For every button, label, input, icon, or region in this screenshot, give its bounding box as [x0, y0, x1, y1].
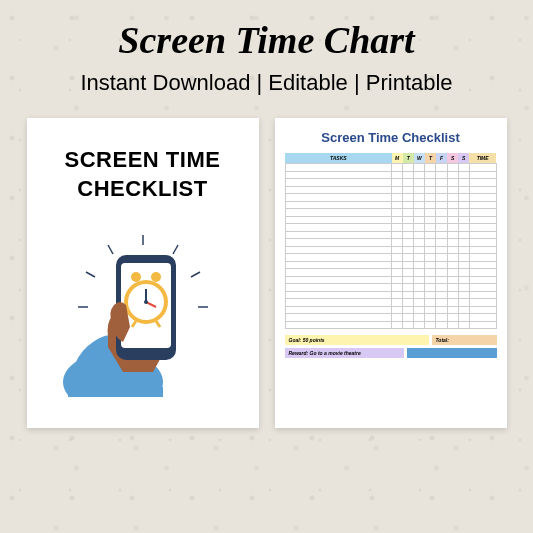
- table-cell: [458, 321, 469, 329]
- table-cell: [414, 254, 425, 262]
- table-cell: [414, 269, 425, 277]
- table-cell: [392, 231, 403, 239]
- table-cell: [425, 246, 436, 254]
- table-row: [285, 216, 496, 224]
- table-cell: [425, 164, 436, 172]
- table-cell: [447, 186, 458, 194]
- table-cell: [469, 254, 496, 262]
- table-cell: [392, 306, 403, 314]
- table-cell: [447, 254, 458, 262]
- table-cell: [392, 299, 403, 307]
- table-cell: [425, 314, 436, 322]
- table-cell: [392, 276, 403, 284]
- table-cell: [285, 254, 392, 262]
- table-cell: [469, 164, 496, 172]
- table-cell: [447, 231, 458, 239]
- table-cell: [447, 179, 458, 187]
- table-cell: [447, 209, 458, 217]
- table-cell: [436, 254, 447, 262]
- table-cell: [436, 224, 447, 232]
- table-cell: [392, 209, 403, 217]
- table-cell: [425, 171, 436, 179]
- table-cell: [403, 171, 414, 179]
- table-cell: [285, 164, 392, 172]
- table-cell: [458, 186, 469, 194]
- table-cell: [414, 194, 425, 202]
- table-cell: [403, 186, 414, 194]
- col-saturday: S: [447, 153, 458, 164]
- table-cell: [403, 164, 414, 172]
- table-cell: [469, 314, 496, 322]
- table-row: [285, 284, 496, 292]
- table-cell: [469, 231, 496, 239]
- table-cell: [425, 269, 436, 277]
- product-subtitle: Instant Download | Editable | Printable: [0, 70, 533, 96]
- table-row: [285, 186, 496, 194]
- footer-rows: Goal: 50 points Total: Reward: Go to a m…: [285, 335, 497, 358]
- table-cell: [458, 306, 469, 314]
- table-cell: [414, 246, 425, 254]
- table-cell: [403, 306, 414, 314]
- table-cell: [458, 224, 469, 232]
- table-cell: [285, 179, 392, 187]
- table-cell: [436, 209, 447, 217]
- table-cell: [469, 299, 496, 307]
- table-cell: [469, 209, 496, 217]
- table-cell: [392, 179, 403, 187]
- table-cell: [458, 314, 469, 322]
- table-cell: [425, 254, 436, 262]
- table-cell: [425, 299, 436, 307]
- table-cell: [285, 291, 392, 299]
- table-cell: [447, 246, 458, 254]
- table-cell: [458, 276, 469, 284]
- table-cell: [469, 276, 496, 284]
- table-cell: [436, 194, 447, 202]
- table-cell: [447, 216, 458, 224]
- table-cell: [436, 306, 447, 314]
- table-cell: [469, 291, 496, 299]
- table-cell: [469, 216, 496, 224]
- table-row: [285, 171, 496, 179]
- table-cell: [469, 284, 496, 292]
- table-cell: [469, 194, 496, 202]
- table-cell: [403, 276, 414, 284]
- table-cell: [436, 239, 447, 247]
- table-cell: [469, 224, 496, 232]
- table-cell: [469, 239, 496, 247]
- svg-point-11: [151, 272, 161, 282]
- table-cell: [403, 224, 414, 232]
- table-cell: [469, 306, 496, 314]
- table-cell: [285, 216, 392, 224]
- table-cell: [285, 224, 392, 232]
- table-cell: [447, 201, 458, 209]
- table-cell: [414, 216, 425, 224]
- table-cell: [447, 164, 458, 172]
- table-cell: [447, 314, 458, 322]
- table-row: [285, 209, 496, 217]
- table-row: [285, 299, 496, 307]
- table-cell: [425, 179, 436, 187]
- table-cell: [392, 284, 403, 292]
- table-cell: [285, 194, 392, 202]
- table-cell: [469, 261, 496, 269]
- table-cell: [414, 291, 425, 299]
- table-cell: [285, 269, 392, 277]
- table-cell: [436, 299, 447, 307]
- table-row: [285, 164, 496, 172]
- table-row: [285, 201, 496, 209]
- table-row: [285, 194, 496, 202]
- table-cell: [425, 231, 436, 239]
- table-cell: [392, 321, 403, 329]
- svg-point-16: [144, 300, 148, 304]
- table-cell: [403, 284, 414, 292]
- table-row: [285, 306, 496, 314]
- table-cell: [436, 246, 447, 254]
- table-cell: [285, 261, 392, 269]
- table-row: [285, 254, 496, 262]
- table-row: [285, 269, 496, 277]
- svg-line-3: [86, 272, 95, 277]
- table-cell: [414, 179, 425, 187]
- goal-box: Goal: 50 points: [285, 335, 429, 345]
- table-cell: [469, 186, 496, 194]
- checklist-page: Screen Time Checklist TASKS M T W T F S …: [275, 118, 507, 428]
